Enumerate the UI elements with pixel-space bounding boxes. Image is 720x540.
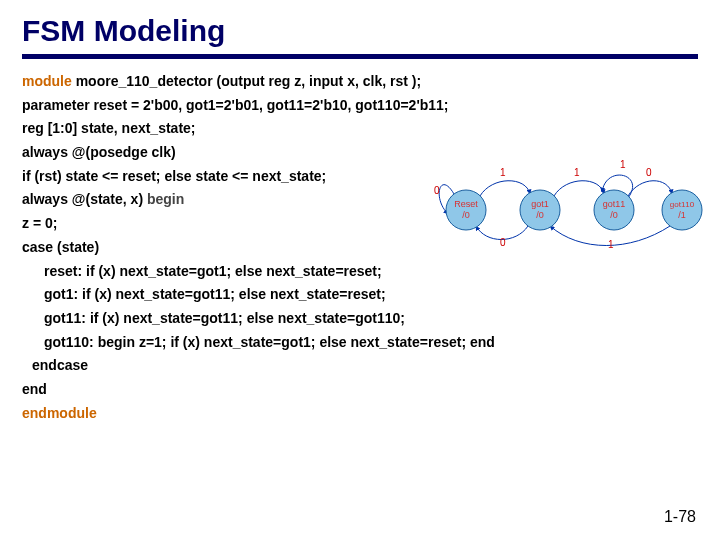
keyword-endmodule: endmodule	[22, 405, 97, 421]
code-line-13: endcase	[22, 355, 698, 377]
edge-label: 0	[646, 167, 652, 178]
code-line-11: got11: if (x) next_state=got11; else nex…	[22, 308, 698, 330]
slide: FSM Modeling module moore_110_detector (…	[0, 0, 720, 540]
code-line-15: endmodule	[22, 403, 698, 425]
state-label: Reset	[454, 199, 478, 209]
edge-reset-got1	[480, 181, 530, 196]
state-got110: got110 /1	[662, 190, 702, 230]
page-number: 1-78	[664, 508, 696, 526]
code-text: begin	[143, 191, 184, 207]
slide-title: FSM Modeling	[0, 0, 720, 54]
edge-label: 1	[608, 239, 614, 250]
code-line-3: reg [1:0] state, next_state;	[22, 118, 698, 140]
state-output: /0	[536, 210, 544, 220]
edge-label: 1	[500, 167, 506, 178]
state-output: /0	[610, 210, 618, 220]
state-got1: got1 /0	[520, 190, 560, 230]
code-text: moore_110_detector (output reg z, input …	[72, 73, 421, 89]
state-label: got1	[531, 199, 549, 209]
state-output: /1	[678, 210, 686, 220]
edge-got1-got11	[554, 181, 604, 196]
edge-label: 0	[500, 237, 506, 248]
code-line-1: module moore_110_detector (output reg z,…	[22, 71, 698, 93]
edge-label: 1	[574, 167, 580, 178]
state-label: got11	[603, 199, 626, 209]
fsm-diagram: 0 1 1 0 1 0 1 Reset /0 got1 /0 got11	[430, 146, 706, 252]
code-line-2: parameter reset = 2'b00, got1=2'b01, got…	[22, 95, 698, 117]
code-text: always @(state, x)	[22, 191, 143, 207]
edge-label: 0	[434, 185, 440, 196]
state-output: /0	[462, 210, 470, 220]
edge-got11-got110	[628, 181, 672, 196]
code-line-14: end	[22, 379, 698, 401]
keyword-module: module	[22, 73, 72, 89]
code-line-9: reset: if (x) next_state=got1; else next…	[22, 261, 698, 283]
state-got11: got11 /0	[594, 190, 634, 230]
state-label: got110	[670, 200, 695, 209]
title-underline	[22, 54, 698, 59]
code-line-12: got110: begin z=1; if (x) next_state=got…	[22, 332, 698, 354]
code-line-10: got1: if (x) next_state=got11; else next…	[22, 284, 698, 306]
state-reset: Reset /0	[446, 190, 486, 230]
edge-label: 1	[620, 159, 626, 170]
